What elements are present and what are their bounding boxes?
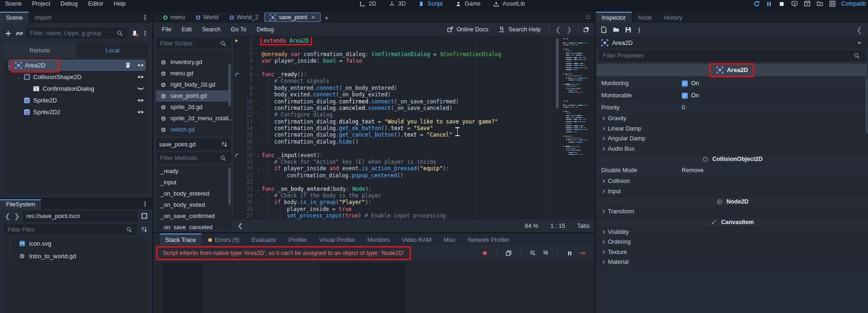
fs-sort-icon[interactable] — [140, 226, 148, 234]
property-value[interactable]: On — [691, 92, 699, 99]
inspector-category-canvasitem[interactable]: CanvasItem — [596, 217, 868, 227]
line-number[interactable]: 19 — [241, 159, 255, 165]
script-item[interactable]: ⚙sprite_2d_menu_rotati... — [156, 113, 231, 124]
fold-arrow-icon[interactable]: ⌄ — [255, 71, 262, 78]
code-line[interactable]: 25 ⌄ ›|if body.is_in_group("Player"): — [233, 199, 561, 205]
inspector-property-disable-mode[interactable]: Disable ModeRemove — [596, 164, 868, 176]
line-number[interactable]: 10 — [241, 98, 255, 105]
filter-properties-input[interactable]: Filter Properties — [599, 50, 865, 61]
checkbox-checked-icon[interactable]: ✓ — [682, 93, 688, 99]
script-list-scrollbar[interactable] — [228, 64, 231, 106]
fs-forward-icon[interactable]: ❯ — [13, 212, 21, 220]
tree-node-sprite2d2[interactable]: Sprite2D2 — [4, 106, 148, 118]
method-item[interactable]: _ready — [156, 166, 231, 177]
tree-node-sprite2d[interactable]: Sprite2D — [4, 95, 148, 106]
search-help-button[interactable]: DOCSearch Help — [494, 25, 545, 34]
code-line[interactable]: 14 ›|confirmation_dialog.get_ok_button()… — [233, 125, 561, 131]
debugger-tab-misc[interactable]: Misc — [438, 233, 461, 245]
debugger-tab-monitors[interactable]: Monitors — [362, 233, 395, 245]
copy-icon[interactable] — [504, 249, 513, 257]
filter-methods-input[interactable]: Filter Methods — [156, 153, 231, 163]
eye-open-icon[interactable] — [136, 61, 145, 70]
renderer-select[interactable]: Compatib — [841, 0, 867, 7]
fold-arrow-icon[interactable]: ⌄ — [255, 199, 262, 205]
code-line[interactable]: 15 ›|confirmation_dialog.get_cancel_butt… — [233, 131, 561, 138]
line-number[interactable]: 23 — [241, 186, 255, 192]
error-message[interactable]: Script inherits from native type 'Area2D… — [158, 248, 409, 258]
line-number[interactable]: 4 — [241, 58, 255, 64]
zoom-level[interactable]: 64 % — [525, 223, 539, 229]
indent-type[interactable]: Tabs — [577, 223, 590, 229]
inspector-group-gravity[interactable]: Gravity — [596, 114, 868, 124]
code-editor[interactable]: 1 extends Area2D 2 3 @onready var confir… — [233, 36, 594, 232]
line-number[interactable]: 24 — [241, 192, 255, 199]
code-line[interactable]: 19 ›|# Check for "Action" key (E) when p… — [233, 159, 561, 165]
inspector-group-texture[interactable]: Texture — [596, 247, 868, 258]
line-number[interactable]: 18 — [241, 152, 255, 159]
distraction-free-icon[interactable] — [586, 13, 594, 22]
tree-node-area2d[interactable]: ⌄Area2D — [4, 59, 148, 71]
line-number[interactable]: 2 — [241, 44, 255, 51]
inspector-section-area2d[interactable]: Area2D — [597, 64, 867, 76]
editor-menu-goto[interactable]: Go To — [226, 26, 251, 33]
code-line[interactable]: 24 ›|# Check if the body is the player — [233, 192, 561, 199]
line-number[interactable]: 16 — [241, 138, 255, 145]
code-line[interactable]: 11 ›|confirmation_dialog.canceled.connec… — [233, 105, 561, 111]
property-value[interactable]: Remove — [682, 167, 704, 174]
scene-filter-input[interactable]: Filter: name, t:type, g:group — [26, 28, 128, 39]
script-item[interactable]: ⚙save_point.gd — [156, 90, 231, 102]
code-line[interactable]: 22 — [233, 179, 561, 185]
line-number[interactable]: 22 — [241, 179, 255, 185]
inspector-property-monitorable[interactable]: Monitorable✓On — [596, 89, 868, 102]
code-line[interactable]: 21 ›|›|confirmation_dialog.popup_centere… — [233, 172, 561, 179]
script-item[interactable]: ⚙switch.gd — [156, 124, 231, 135]
load-resource-icon[interactable] — [612, 26, 620, 34]
inspector-group-linear-damp[interactable]: Linear Damp — [596, 124, 868, 134]
script-item[interactable]: ⚙rigid_body_2d.gd — [156, 79, 231, 90]
fs-split-mode-icon[interactable] — [140, 212, 148, 220]
record-dot-icon[interactable] — [481, 249, 489, 257]
code-line[interactable]: 8 ›|body_entered.connect(_on_body_entere… — [233, 85, 561, 91]
scene-tab-menu[interactable]: menu — [158, 13, 190, 22]
code-line[interactable]: 1 extends Area2D — [233, 37, 561, 44]
code-line[interactable]: 18 ⌄ func _input(event): — [233, 152, 561, 159]
line-number[interactable]: 15 — [241, 131, 255, 138]
inspector-group-material[interactable]: Material — [596, 257, 868, 268]
play-custom-icon[interactable] — [816, 0, 824, 8]
fold-arrow-icon[interactable]: ⌄ — [255, 152, 262, 159]
code-line[interactable]: 10 ›|confirmation_dialog.confirmed.conne… — [233, 98, 561, 105]
inspector-group-input[interactable]: Input — [596, 187, 868, 197]
menu-project[interactable]: Project — [27, 0, 55, 7]
tab-history[interactable]: History — [658, 12, 688, 23]
method-item[interactable]: _on_save_canceled — [156, 222, 231, 230]
editor-menu-edit[interactable]: Edit — [177, 26, 197, 33]
reload-icon[interactable] — [752, 0, 761, 8]
code-scrollbar[interactable] — [556, 38, 559, 109]
online-docs-button[interactable]: Online Docs — [442, 25, 493, 34]
property-value[interactable]: On — [691, 80, 699, 87]
tab-filesystem[interactable]: FileSystem — [0, 199, 41, 209]
file-item[interactable]: ⚙Intro_to_world.gd — [4, 250, 148, 262]
workspace-2d[interactable]: 2D — [352, 0, 382, 8]
tab-inspector[interactable]: Inspector — [596, 12, 632, 23]
editor-menu-file[interactable]: File — [157, 26, 176, 33]
tab-import[interactable]: Import — [29, 12, 57, 23]
code-line[interactable]: 12 ›|# Configure dialog — [233, 111, 561, 118]
chevron-down-icon[interactable] — [855, 38, 863, 47]
method-item[interactable]: _input — [156, 177, 231, 188]
checkbox-checked-icon[interactable]: ✓ — [682, 80, 688, 87]
line-number[interactable]: 21 — [241, 172, 255, 179]
tree-node-confirmationdialog[interactable]: ?ConfirmationDialog — [4, 83, 148, 95]
eye-closed-icon[interactable] — [136, 85, 145, 93]
code-line[interactable]: 2 — [233, 44, 561, 51]
signal-connect-icon[interactable] — [234, 152, 240, 158]
line-number[interactable]: 17 — [241, 145, 255, 152]
eye-open-icon[interactable] — [136, 96, 145, 105]
line-number[interactable]: 3 — [241, 51, 255, 58]
editor-menu-debug[interactable]: Debug — [252, 26, 278, 33]
inspector-group-transform[interactable]: Transform — [596, 207, 868, 217]
continue-icon[interactable] — [578, 249, 587, 257]
scene-dock-menu-icon[interactable]: ⋮ — [138, 14, 152, 21]
eye-open-icon[interactable] — [136, 73, 145, 81]
resource-menu-icon[interactable]: ⋮ — [636, 27, 642, 33]
